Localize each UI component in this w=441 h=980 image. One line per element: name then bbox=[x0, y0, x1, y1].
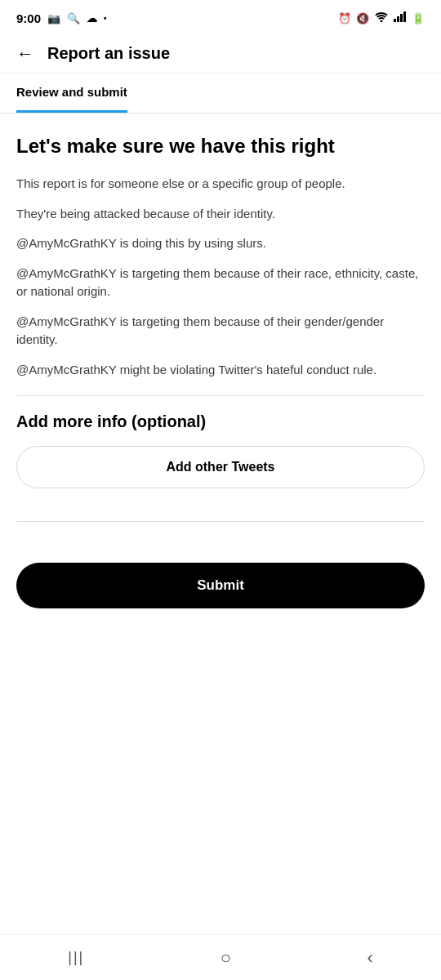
summary-line-6: @AmyMcGrathKY might be violating Twitter… bbox=[16, 361, 425, 380]
svg-rect-2 bbox=[397, 16, 399, 22]
add-info-heading: Add more info (optional) bbox=[16, 412, 425, 431]
camera-icon: 📷 bbox=[47, 12, 60, 24]
status-time: 9:00 📷 🔍 ☁ • bbox=[16, 11, 107, 25]
page-header: ← Report an issue bbox=[0, 34, 441, 74]
summary-line-3: @AmyMcGrathKY is doing this by using slu… bbox=[16, 234, 425, 253]
summary-line-2: They're being attacked because of their … bbox=[16, 205, 425, 224]
wifi-icon bbox=[374, 11, 389, 24]
tab-review-submit[interactable]: Review and submit bbox=[16, 74, 127, 113]
status-bar: 9:00 📷 🔍 ☁ • ⏰ 🔇 🔋 bbox=[0, 0, 441, 34]
add-tweets-button[interactable]: Add other Tweets bbox=[16, 446, 425, 488]
nav-menu-icon[interactable]: ||| bbox=[68, 949, 84, 966]
alarm-icon: ⏰ bbox=[338, 12, 351, 24]
page-title: Report an issue bbox=[47, 44, 170, 63]
signal-icon bbox=[394, 11, 407, 24]
time-display: 9:00 bbox=[16, 11, 41, 25]
search-icon: 🔍 bbox=[67, 12, 80, 24]
svg-rect-1 bbox=[394, 19, 396, 22]
tab-bar: Review and submit bbox=[0, 74, 441, 114]
divider bbox=[16, 395, 425, 396]
nav-home-icon[interactable]: ○ bbox=[220, 947, 231, 969]
dot-indicator: • bbox=[104, 14, 107, 23]
summary-line-1: This report is for someone else or a spe… bbox=[16, 175, 425, 194]
status-icons: ⏰ 🔇 🔋 bbox=[338, 11, 425, 24]
svg-rect-4 bbox=[403, 11, 406, 22]
main-content: Let's make sure we have this right This … bbox=[0, 114, 441, 934]
review-heading: Let's make sure we have this right bbox=[16, 133, 425, 158]
divider-2 bbox=[16, 521, 425, 522]
back-button[interactable]: ← bbox=[16, 45, 34, 63]
mute-icon: 🔇 bbox=[356, 12, 369, 24]
nav-back-icon[interactable]: ‹ bbox=[367, 947, 372, 969]
cloud-icon: ☁ bbox=[87, 12, 97, 24]
summary-line-5: @AmyMcGrathKY is targeting them because … bbox=[16, 313, 425, 350]
summary-line-4: @AmyMcGrathKY is targeting them because … bbox=[16, 265, 425, 301]
submit-button[interactable]: Submit bbox=[16, 563, 425, 608]
bottom-nav: ||| ○ ‹ bbox=[0, 934, 441, 980]
battery-icon: 🔋 bbox=[412, 12, 425, 24]
svg-point-0 bbox=[381, 20, 383, 23]
spacer bbox=[16, 538, 425, 555]
svg-rect-3 bbox=[400, 14, 403, 22]
